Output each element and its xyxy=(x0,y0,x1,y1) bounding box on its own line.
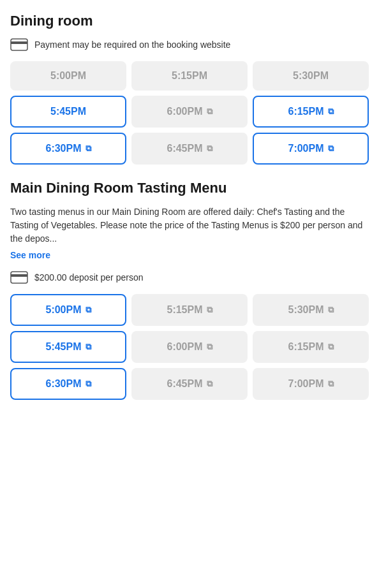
tasting-time-slot-545pm[interactable]: 5:45PM ⧉ xyxy=(10,331,126,363)
tasting-time-slot-515pm[interactable]: 5:15PM ⧉ xyxy=(131,294,248,326)
external-link-icon: ⧉ xyxy=(85,305,91,315)
tasting-time-slot-700pm[interactable]: 7:00PM ⧉ xyxy=(253,368,369,400)
time-slot-500pm-unavailable[interactable]: 5:00PM xyxy=(10,61,126,91)
time-slot-645pm-external[interactable]: 6:45PM ⧉ xyxy=(131,133,248,165)
svg-rect-1 xyxy=(11,41,27,44)
external-link-icon: ⧉ xyxy=(207,107,212,117)
external-link-icon: ⧉ xyxy=(207,143,212,154)
dining-room-time-grid: 5:00PM 5:15PM 5:30PM 5:45PM 6:00PM ⧉ 6:1… xyxy=(10,61,369,165)
external-link-icon: ⧉ xyxy=(85,379,91,389)
svg-rect-3 xyxy=(11,274,27,277)
time-slot-545pm-selected[interactable]: 5:45PM xyxy=(10,96,126,128)
time-slot-700pm-external[interactable]: 7:00PM ⧉ xyxy=(253,133,369,165)
external-link-icon: ⧉ xyxy=(85,342,91,352)
external-link-icon: ⧉ xyxy=(328,379,334,389)
credit-card-icon-2 xyxy=(10,271,28,284)
tasting-menu-description: Two tasting menus in our Main Dining Roo… xyxy=(10,205,369,246)
payment-notice-text: Payment may be required on the booking w… xyxy=(34,40,230,50)
payment-notice: Payment may be required on the booking w… xyxy=(10,38,369,51)
external-link-icon: ⧉ xyxy=(207,342,212,352)
see-more-link[interactable]: See more xyxy=(10,250,50,260)
time-slot-600pm-external[interactable]: 6:00PM ⧉ xyxy=(131,96,248,128)
tasting-time-slot-530pm[interactable]: 5:30PM ⧉ xyxy=(253,294,369,326)
external-link-icon: ⧉ xyxy=(207,379,212,389)
deposit-notice-text: $200.00 deposit per person xyxy=(34,272,143,283)
tasting-time-slot-615pm[interactable]: 6:15PM ⧉ xyxy=(253,331,369,363)
tasting-time-slot-500pm[interactable]: 5:00PM ⧉ xyxy=(10,294,126,326)
external-link-icon: ⧉ xyxy=(207,305,212,315)
svg-rect-2 xyxy=(11,272,27,283)
time-slot-630pm-external[interactable]: 6:30PM ⧉ xyxy=(10,133,126,165)
external-link-icon: ⧉ xyxy=(328,107,334,117)
dining-room-section: Dining room Payment may be required on t… xyxy=(10,13,369,165)
svg-rect-0 xyxy=(11,39,27,50)
external-link-icon: ⧉ xyxy=(328,305,334,315)
tasting-time-slot-630pm[interactable]: 6:30PM ⧉ xyxy=(10,368,126,400)
tasting-time-slot-600pm[interactable]: 6:00PM ⧉ xyxy=(131,331,248,363)
time-slot-530pm-unavailable[interactable]: 5:30PM xyxy=(253,61,369,91)
deposit-notice: $200.00 deposit per person xyxy=(10,271,369,284)
tasting-menu-time-grid: 5:00PM ⧉ 5:15PM ⧉ 5:30PM ⧉ 5:45PM ⧉ 6:00… xyxy=(10,294,369,400)
time-slot-515pm-unavailable[interactable]: 5:15PM xyxy=(131,61,248,91)
external-link-icon: ⧉ xyxy=(328,342,334,352)
time-slot-615pm-external[interactable]: 6:15PM ⧉ xyxy=(253,96,369,128)
tasting-menu-title: Main Dining Room Tasting Menu xyxy=(10,180,369,196)
dining-room-title: Dining room xyxy=(10,13,369,29)
credit-card-icon xyxy=(10,38,28,51)
tasting-menu-section: Main Dining Room Tasting Menu Two tastin… xyxy=(10,180,369,400)
external-link-icon: ⧉ xyxy=(85,143,91,154)
tasting-time-slot-645pm[interactable]: 6:45PM ⧉ xyxy=(131,368,248,400)
external-link-icon: ⧉ xyxy=(328,143,334,154)
